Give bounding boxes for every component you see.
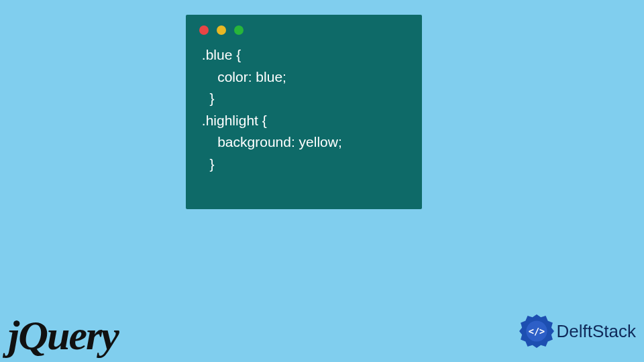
- jquery-logo: jQuery: [8, 312, 118, 359]
- window-traffic-lights: [186, 15, 422, 40]
- svg-text:</>: </>: [528, 326, 544, 337]
- window-close-icon: [199, 25, 209, 35]
- window-minimize-icon: [217, 25, 226, 35]
- code-block: .blue { color: blue; } .highlight { back…: [186, 40, 422, 187]
- gear-code-icon: </>: [519, 314, 554, 349]
- delftstack-logo: </> DelftStack: [519, 314, 637, 349]
- window-maximize-icon: [234, 25, 244, 35]
- code-window: .blue { color: blue; } .highlight { back…: [186, 15, 422, 209]
- delftstack-label: DelftStack: [557, 321, 637, 342]
